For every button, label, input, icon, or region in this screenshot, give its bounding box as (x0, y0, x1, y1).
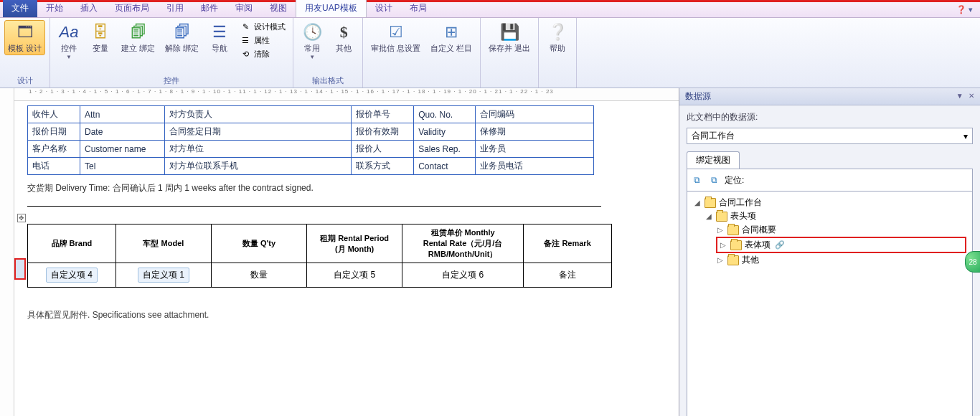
th-model: 车型 Model (116, 224, 211, 263)
cell[interactable]: Contact (414, 158, 476, 175)
dollar-icon: $ (334, 22, 354, 42)
bind-create-button[interactable]: 🗐 建立 绑定 (118, 20, 159, 55)
table-move-handle[interactable]: ✥ (17, 214, 26, 222)
bind-view-tab[interactable]: 绑定视图 (687, 151, 740, 169)
menu-design[interactable]: 设计 (367, 0, 401, 17)
twisty-icon[interactable]: ▷ (717, 226, 725, 234)
datasource-toolbar: ⧉ ⧉ 定位: (687, 169, 973, 192)
group-design-label: 设计 (4, 75, 45, 87)
nav-button[interactable]: ☰ 导航 (205, 20, 234, 55)
menu-references[interactable]: 引用 (158, 0, 192, 17)
format-other-button[interactable]: $ 其他 (329, 20, 358, 55)
cell[interactable]: Sales Rep. (414, 141, 476, 158)
cell[interactable]: 对方单位 (164, 141, 351, 158)
clock-icon: 🕓 (302, 22, 322, 42)
cell[interactable]: 对方负责人 (164, 106, 351, 123)
cell[interactable]: Tel (80, 158, 165, 175)
cell[interactable]: Date (80, 123, 165, 141)
document-page: 收件人 Attn 对方负责人 报价单号 Quo. No. 合同编码 报价日期 D… (14, 101, 646, 379)
tree-summary[interactable]: ▷ 合同概要 (716, 223, 966, 237)
menu-file[interactable]: 文件 (3, 0, 37, 17)
pane-close-icon[interactable]: ✕ (969, 92, 974, 100)
approve-info-button[interactable]: ☑ 审批信 息设置 (367, 20, 424, 55)
tree-root[interactable]: ◢ 合同工作台 (693, 196, 966, 209)
cell[interactable]: 收件人 (28, 106, 80, 123)
cell[interactable]: Quo. No. (414, 106, 476, 123)
document-scroll[interactable]: 收件人 Attn 对方负责人 报价单号 Quo. No. 合同编码 报价日期 D… (14, 101, 679, 416)
clear-icon: ⟲ (240, 48, 251, 60)
menu-review[interactable]: 审阅 (227, 0, 261, 17)
cell[interactable]: 联系方式 (351, 158, 413, 175)
datasource-select[interactable]: 合同工作台▾ (687, 128, 973, 144)
menubar: 文件 开始 插入 页面布局 引用 邮件 审阅 视图 用友UAP模板 设计 布局 … (0, 2, 980, 18)
save-exit-button[interactable]: 💾 保存并 退出 (485, 20, 534, 55)
cell[interactable]: 报价日期 (28, 123, 80, 141)
cell[interactable]: 业务员 (476, 141, 594, 158)
folder-icon (727, 225, 739, 235)
row-selector-highlight[interactable] (14, 258, 26, 280)
pane-pin-icon[interactable]: ▼ (956, 92, 963, 100)
th-rate: 租赁单价 Monthly Rental Rate（元/月/台 RMB/Month… (402, 224, 524, 263)
tree-body-highlight[interactable]: ▷ 表体项 🔗 (716, 237, 966, 253)
tree-other[interactable]: ▷ 其他 (716, 253, 966, 267)
menu-layout[interactable]: 布局 (401, 0, 435, 17)
cell[interactable]: 电话 (28, 158, 80, 175)
cell[interactable]: 报价单号 (351, 106, 413, 123)
format-common-button[interactable]: 🕓 常用 ▼ (298, 20, 326, 62)
bind-create-icon: 🗐 (128, 22, 149, 42)
menu-page-layout[interactable]: 页面布局 (106, 0, 158, 17)
td-qty[interactable]: 数量 (211, 263, 306, 288)
menu-home[interactable]: 开始 (37, 0, 72, 17)
property-button[interactable]: ☰属性 (237, 34, 288, 47)
control-font-button[interactable]: Aa 控件 ▼ (55, 20, 83, 62)
cell[interactable]: Validity (414, 123, 476, 141)
th-remark: 备注 Remark (524, 224, 612, 263)
twisty-icon[interactable]: ▷ (720, 241, 727, 249)
datasource-tree[interactable]: ◢ 合同工作台 ◢ 表头项 ▷ 合同概要 ▷ 表体项 (687, 192, 973, 416)
cell[interactable]: Customer name (80, 141, 165, 158)
help-icon[interactable]: ❓ ▾ (949, 2, 980, 17)
cell[interactable]: 保修期 (476, 123, 594, 141)
save-icon: 💾 (499, 22, 519, 42)
clear-button[interactable]: ⟲清除 (237, 47, 288, 60)
cell[interactable]: 报价有效期 (351, 123, 413, 141)
custom-column-button[interactable]: ⊞ 自定义 栏目 (427, 20, 476, 55)
variable-icon: 🗄 (90, 22, 110, 42)
tree-icon-2[interactable]: ⧉ (707, 174, 720, 186)
cell[interactable]: 报价人 (351, 141, 413, 158)
td-brand[interactable]: 自定义项 4 (28, 263, 116, 288)
info-table[interactable]: 收件人 Attn 对方负责人 报价单号 Quo. No. 合同编码 报价日期 D… (27, 105, 594, 175)
menu-insert[interactable]: 插入 (72, 0, 106, 17)
cell[interactable]: 业务员电话 (476, 158, 594, 175)
cell[interactable]: 客户名称 (28, 141, 80, 158)
tree-icon-1[interactable]: ⧉ (690, 174, 703, 186)
variable-button[interactable]: 🗄 变量 (86, 20, 115, 55)
twisty-icon[interactable]: ◢ (706, 212, 713, 220)
approve-icon: ☑ (386, 22, 406, 42)
detail-table[interactable]: 品牌 Brand 车型 Model 数量 Q'ty 租期 Rental Peri… (27, 224, 612, 288)
menu-mail[interactable]: 邮件 (192, 0, 227, 17)
cell[interactable]: Attn (80, 106, 165, 123)
tree-header[interactable]: ◢ 表头项 (705, 209, 966, 223)
help-button[interactable]: ❔ 帮助 (543, 20, 572, 55)
twisty-icon[interactable]: ▷ (717, 256, 725, 264)
td-rate[interactable]: 自定义项 6 (402, 263, 524, 288)
td-model[interactable]: 自定义项 1 (116, 263, 211, 288)
help-circle-icon: ❔ (547, 22, 567, 42)
nav-icon: ☰ (209, 22, 230, 42)
menu-uap-template[interactable]: 用友UAP模板 (296, 0, 367, 17)
cell[interactable]: 合同签定日期 (164, 123, 351, 141)
property-icon: ☰ (240, 34, 251, 46)
design-mode-button[interactable]: ✎设计模式 (237, 20, 288, 33)
template-design-button[interactable]: 🗔 模板 设计 (4, 20, 45, 55)
cell[interactable]: 对方单位联系手机 (164, 158, 351, 175)
menu-view[interactable]: 视图 (261, 0, 296, 17)
bind-remove-button[interactable]: 🗐 解除 绑定 (161, 20, 202, 55)
twisty-icon[interactable]: ◢ (694, 199, 702, 207)
td-period[interactable]: 自定义项 5 (307, 263, 402, 288)
th-qty: 数量 Q'ty (211, 224, 306, 263)
td-remark[interactable]: 备注 (524, 263, 612, 288)
cell[interactable]: 合同编码 (476, 106, 594, 123)
custom-icon: ⊞ (441, 22, 461, 42)
edge-badge[interactable]: 28 (965, 251, 980, 273)
